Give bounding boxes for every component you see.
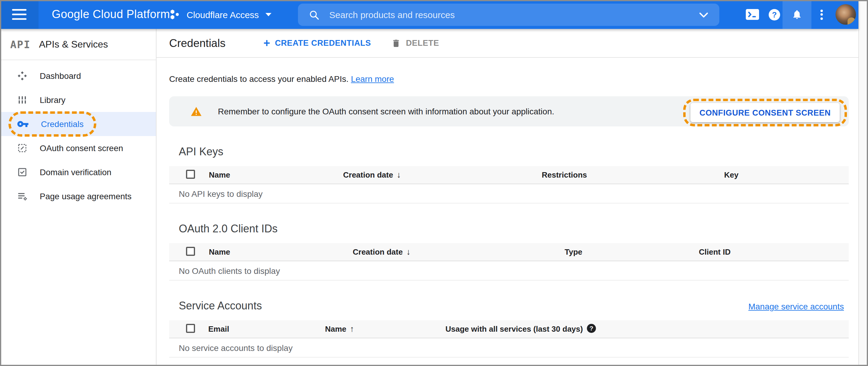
- sidebar-item-library[interactable]: Library: [0, 88, 156, 112]
- search-input[interactable]: [328, 9, 699, 21]
- api-logo: API: [10, 38, 30, 50]
- section-title: Service Accounts: [179, 299, 262, 313]
- create-credentials-button[interactable]: + CREATE CREDENTIALS: [264, 37, 371, 49]
- project-selector[interactable]: Cloudflare Access: [168, 0, 272, 29]
- empty-state-text: No OAuth clients to display: [169, 261, 849, 280]
- sidebar-item-credentials[interactable]: Credentials: [0, 112, 156, 136]
- empty-state-text: No service accounts to display: [169, 338, 849, 358]
- sidebar-item-domain-verification[interactable]: Domain verification: [0, 160, 156, 184]
- consent-screen-icon: [17, 143, 28, 153]
- sidebar-item-label: Domain verification: [40, 167, 111, 177]
- empty-state-text: No API keys to display: [169, 184, 849, 204]
- account-avatar[interactable]: [836, 4, 856, 25]
- api-keys-table-header: Name Creation date↓ Restrictions Key: [169, 166, 849, 184]
- search-icon: [309, 9, 320, 20]
- select-all-checkbox[interactable]: [186, 170, 195, 179]
- column-header-type[interactable]: Type: [565, 243, 582, 261]
- oauth-clients-table-header: Name Creation date↓ Type Client ID: [169, 243, 849, 261]
- intro-text: Create credentials to access your enable…: [169, 74, 849, 84]
- product-logo[interactable]: Google Cloud Platform: [52, 0, 170, 29]
- kebab-icon: [820, 8, 823, 21]
- page-toolbar: Credentials + CREATE CREDENTIALS DELETE: [156, 29, 858, 58]
- column-header-name[interactable]: Name: [209, 166, 230, 184]
- tutorial-highlight-ring: CONFIGURE CONSENT SCREEN: [683, 99, 847, 126]
- section-title: API Keys: [179, 145, 223, 159]
- configure-consent-screen-button[interactable]: CONFIGURE CONSENT SCREEN: [690, 103, 840, 122]
- manage-service-accounts-link[interactable]: Manage service accounts: [748, 302, 844, 311]
- service-accounts-table-header: Email Name↑ Usage with all services (las…: [169, 320, 849, 338]
- bell-icon: [792, 8, 802, 21]
- search-bar[interactable]: [298, 4, 719, 26]
- help-filled-icon[interactable]: ?: [587, 324, 596, 333]
- column-header-creation-date[interactable]: Creation date↓: [343, 166, 401, 184]
- sidebar-title: APIs & Services: [39, 39, 108, 50]
- hamburger-icon: [12, 9, 27, 20]
- help-icon: ?: [768, 9, 780, 20]
- help-button[interactable]: ?: [763, 0, 785, 29]
- sidebar-item-page-usage-agreements[interactable]: Page usage agreements: [0, 184, 156, 208]
- learn-more-link[interactable]: Learn more: [351, 74, 394, 84]
- column-header-client-id[interactable]: Client ID: [699, 243, 731, 261]
- column-header-key[interactable]: Key: [724, 166, 739, 184]
- select-all-checkbox[interactable]: [186, 247, 195, 256]
- notifications-button[interactable]: [786, 0, 808, 29]
- page-title: Credentials: [169, 36, 225, 50]
- sidebar-item-label: Page usage agreements: [40, 191, 131, 201]
- sort-asc-icon: ↑: [350, 324, 354, 334]
- sort-desc-icon: ↓: [406, 247, 410, 256]
- sidebar-item-oauth-consent-screen[interactable]: OAuth consent screen: [0, 136, 156, 160]
- svg-text:?: ?: [772, 10, 776, 19]
- sidebar-item-dashboard[interactable]: Dashboard: [0, 64, 156, 88]
- domain-verification-icon: [17, 167, 28, 178]
- gcp-console-window: Google Cloud Platform Cloudflare Access: [0, 0, 868, 366]
- key-icon: [17, 118, 29, 130]
- section-title: OAuth 2.0 Client IDs: [179, 221, 278, 236]
- top-app-bar: Google Cloud Platform Cloudflare Access: [0, 0, 858, 29]
- column-header-usage[interactable]: Usage with all services (last 30 days) ?: [445, 320, 596, 338]
- banner-text: Remember to configure the OAuth consent …: [218, 106, 554, 116]
- select-all-checkbox[interactable]: [186, 324, 195, 333]
- column-header-name[interactable]: Name↑: [325, 320, 354, 338]
- oauth-clients-section: OAuth 2.0 Client IDs Name Creation date↓…: [169, 221, 849, 280]
- project-name: Cloudflare Access: [187, 9, 259, 20]
- service-accounts-section: Service Accounts Manage service accounts…: [169, 299, 849, 358]
- window-scrollbar-gutter[interactable]: [858, 0, 868, 366]
- api-keys-section: API Keys Name Creation date↓ Restriction…: [169, 145, 849, 204]
- sidebar-item-label: Credentials: [41, 119, 84, 129]
- project-icon: [168, 8, 181, 21]
- sidebar-item-label: OAuth consent screen: [40, 143, 123, 153]
- sort-desc-icon: ↓: [397, 170, 401, 179]
- warning-icon: [190, 105, 202, 117]
- trash-icon: [392, 38, 401, 48]
- cloud-shell-button[interactable]: [742, 0, 763, 29]
- dashboard-icon: [17, 70, 28, 81]
- sidebar-item-label: Library: [40, 95, 66, 105]
- cloud-shell-icon: [746, 9, 759, 20]
- column-header-name[interactable]: Name: [209, 243, 230, 261]
- column-header-restrictions[interactable]: Restrictions: [542, 166, 587, 184]
- sidebar-header: API APIs & Services: [0, 29, 156, 60]
- more-options-button[interactable]: [811, 0, 833, 29]
- sidebar: API APIs & Services Dashboard: [0, 29, 156, 366]
- library-icon: [17, 94, 28, 105]
- main-content: Credentials + CREATE CREDENTIALS DELETE: [156, 29, 858, 366]
- project-caret-icon: [265, 12, 272, 17]
- column-header-email[interactable]: Email: [208, 320, 229, 338]
- delete-button[interactable]: DELETE: [392, 38, 439, 48]
- sidebar-item-label: Dashboard: [40, 71, 81, 81]
- list-gear-icon: [17, 191, 28, 202]
- chevron-down-icon[interactable]: [699, 12, 709, 18]
- consent-warning-banner: Remember to configure the OAuth consent …: [169, 96, 849, 126]
- column-header-creation-date[interactable]: Creation date↓: [353, 243, 410, 261]
- plus-icon: +: [264, 37, 270, 49]
- hamburger-menu-button[interactable]: [0, 0, 38, 29]
- svg-text:?: ?: [590, 325, 593, 332]
